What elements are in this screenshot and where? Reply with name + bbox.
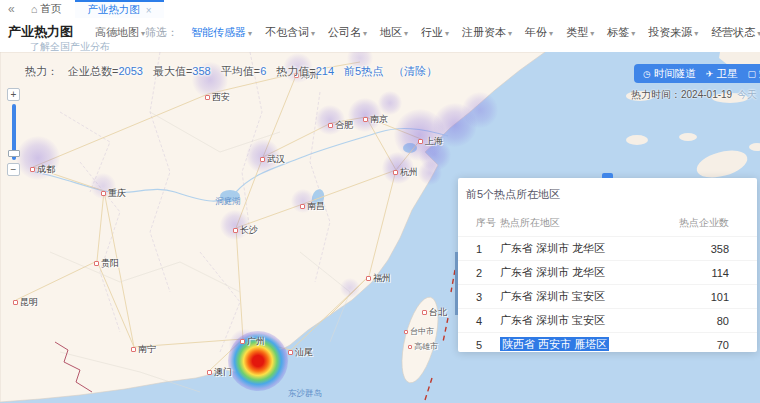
panel-scrollbar[interactable] <box>455 252 458 315</box>
city-label-昆明: 昆明 <box>13 296 38 309</box>
filter-dropdown[interactable]: 年份▾ <box>525 25 553 40</box>
city-label-合肥: 合肥 <box>328 119 353 132</box>
city-label-成都: 成都 <box>30 163 55 176</box>
chevron-down-icon: ▾ <box>445 29 449 38</box>
city-marker-icon <box>408 345 412 349</box>
city-marker-icon <box>207 370 212 375</box>
zoom-in-button[interactable]: + <box>7 88 20 101</box>
filter-dropdown[interactable]: 类型▾ <box>566 25 594 40</box>
zoom-out-button[interactable]: − <box>7 163 20 176</box>
table-column-header: 热点企业数 <box>671 212 757 237</box>
filter-dropdown[interactable]: 注册资本▾ <box>462 25 512 40</box>
heat-stats-bar: 热力：企业总数=2053最大值=358平均值=6热力值=214前5热点（清除） <box>25 64 437 79</box>
city-label-澳门: 澳门 <box>207 366 232 379</box>
chevron-down-icon: ▾ <box>508 29 512 38</box>
city-name: 上海 <box>425 135 443 148</box>
map-tool-rectangle[interactable]: ▢矩形 <box>747 67 760 81</box>
filter-dropdown[interactable]: 行业▾ <box>421 25 449 40</box>
stat-item: 企业总数=2053 <box>68 64 143 79</box>
close-tab-icon[interactable]: × <box>146 5 152 16</box>
city-label-贵阳: 贵阳 <box>94 257 119 270</box>
page-title: 产业热力图 <box>8 23 73 41</box>
table-row[interactable]: 4 广东省 深圳市 宝安区 80 <box>458 309 757 333</box>
row-count: 358 <box>671 237 757 261</box>
map-provider-select[interactable]: 高德地图▾ <box>95 25 145 40</box>
panel-title: 前5个热点所在地区 <box>458 178 757 212</box>
city-label-高雄市: 高雄市 <box>408 341 438 352</box>
city-name: 高雄市 <box>414 341 438 352</box>
filter-dropdown[interactable]: 经营状态▾ <box>711 25 760 40</box>
city-marker-icon <box>404 330 408 334</box>
map-canvas[interactable]: 成都重庆贵阳昆明南宁西安郑州武汉合肥南京上海杭州长沙南昌福州广州澳门汕尾台北台中… <box>0 52 760 403</box>
chevron-down-icon: ▾ <box>549 29 553 38</box>
satellite-icon: ✈ <box>706 69 714 79</box>
city-label-台北: 台北 <box>422 306 447 319</box>
city-marker-icon <box>328 123 333 128</box>
panel-handle[interactable] <box>602 173 613 178</box>
collapse-sidebar-icon[interactable]: « <box>8 2 15 16</box>
heat-time-label: 热力时间： <box>631 89 681 100</box>
city-marker-icon <box>233 228 238 233</box>
map-tool-satellite[interactable]: ✈卫星 <box>706 67 738 81</box>
chevron-down-icon: ▾ <box>363 29 367 38</box>
chevron-down-icon: ▾ <box>590 29 594 38</box>
city-marker-icon <box>131 347 136 352</box>
city-marker-icon <box>288 350 293 355</box>
clear-link[interactable]: （清除） <box>393 64 437 79</box>
city-marker-icon <box>13 300 18 305</box>
table-row[interactable]: 5 陕西省 西安市 雁塔区 70 <box>458 333 757 357</box>
chevron-down-icon: ▾ <box>631 29 635 38</box>
city-label-福州: 福州 <box>366 272 391 285</box>
filter-prefix: 筛选： <box>145 25 178 40</box>
map-tool-label: 卫星 <box>716 67 737 81</box>
city-label-上海: 上海 <box>418 135 443 148</box>
map-zoom-control: + − <box>7 88 21 176</box>
top5-table: 序号热点所在地区热点企业数 1 广东省 深圳市 龙华区 358 2 广东省 深圳… <box>458 212 757 356</box>
row-count: 80 <box>671 309 757 333</box>
filter-dropdown[interactable]: 地区▾ <box>380 25 408 40</box>
industry-heatmap-page: « ⌂ 首页 产业热力图 × 产业热力图 高德地图▾ 筛选：智能传感器▾不包含词… <box>0 0 760 403</box>
home-icon: ⌂ <box>31 3 38 15</box>
heat-time-today[interactable]: 今天 <box>737 89 757 100</box>
page-subtitle: 了解全国产业分布 <box>30 40 110 54</box>
city-name: 汕尾 <box>295 346 313 359</box>
heat-time-date[interactable]: 2024-01-19 <box>681 89 732 100</box>
row-index: 4 <box>458 309 500 333</box>
tab-industry-heatmap-label: 产业热力图 <box>87 3 140 17</box>
city-name: 澳门 <box>214 366 232 379</box>
row-region: 陕西省 西安市 雁塔区 <box>500 333 671 357</box>
chevron-down-icon: ▾ <box>404 29 408 38</box>
top5-hotspots-link[interactable]: 前5热点 <box>344 64 383 79</box>
row-index: 1 <box>458 237 500 261</box>
city-marker-icon <box>366 276 371 281</box>
filter-dropdown[interactable]: 投资来源▾ <box>648 25 698 40</box>
table-row[interactable]: 2 广东省 深圳市 龙华区 114 <box>458 261 757 285</box>
row-region: 广东省 深圳市 龙华区 <box>500 261 671 285</box>
city-label-西安: 西安 <box>205 91 230 104</box>
tab-home[interactable]: ⌂ 首页 <box>31 2 62 16</box>
zoom-slider[interactable] <box>12 104 16 160</box>
tab-bar: « ⌂ 首页 产业热力图 × <box>0 0 760 18</box>
top5-panel: 前5个热点所在地区 序号热点所在地区热点企业数 1 广东省 深圳市 龙华区 35… <box>458 178 757 352</box>
stats-prefix: 热力： <box>25 64 58 79</box>
filter-dropdown[interactable]: 智能传感器▾ <box>191 25 252 40</box>
filter-dropdown[interactable]: 公司名▾ <box>328 25 367 40</box>
map-provider-label: 高德地图 <box>95 26 139 38</box>
city-name: 杭州 <box>400 166 418 179</box>
filter-dropdown[interactable]: 标签▾ <box>607 25 635 40</box>
city-name: 南京 <box>370 113 388 126</box>
table-row[interactable]: 3 广东省 深圳市 宝安区 101 <box>458 285 757 309</box>
filter-dropdown[interactable]: 不包含词▾ <box>265 25 315 40</box>
city-name: 南宁 <box>138 343 156 356</box>
zoom-slider-handle[interactable] <box>8 150 20 157</box>
city-name: 西安 <box>212 91 230 104</box>
city-name: 贵阳 <box>101 257 119 270</box>
map-tool-time-tunnel[interactable]: ◷时间隧道 <box>643 67 696 81</box>
tab-industry-heatmap[interactable]: 产业热力图 × <box>75 0 163 18</box>
map-tools: ◷时间隧道✈卫星▢矩形⬡多边形 <box>634 64 760 83</box>
city-label-广州: 广州 <box>240 335 265 348</box>
table-row[interactable]: 1 广东省 深圳市 龙华区 358 <box>458 237 757 261</box>
city-label-南宁: 南宁 <box>131 343 156 356</box>
time-tunnel-icon: ◷ <box>643 69 651 79</box>
city-marker-icon <box>101 191 106 196</box>
